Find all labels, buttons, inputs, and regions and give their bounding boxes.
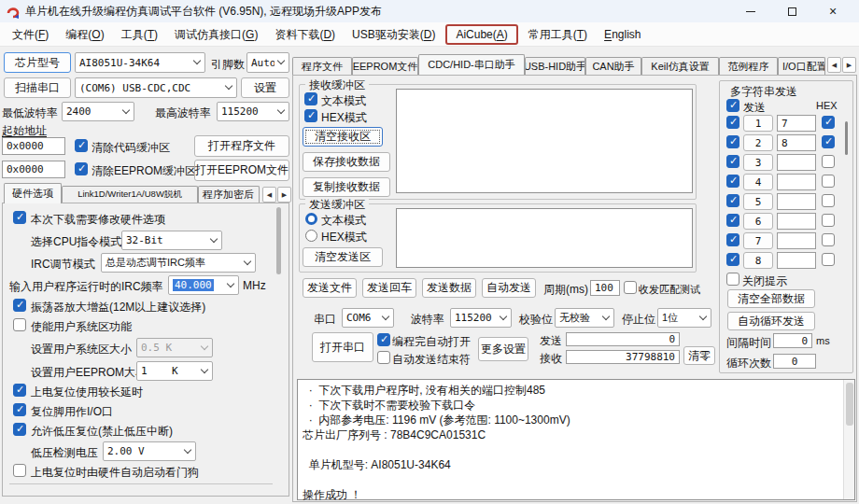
multi-row-5-input[interactable] [777, 193, 816, 210]
code-start-address-input[interactable]: 0x0000 [2, 137, 65, 155]
clear-receive-button[interactable]: 清空接收区 [303, 127, 383, 147]
multi-row-3-hex-checkbox[interactable] [822, 155, 835, 168]
multi-row-4-hex-checkbox[interactable] [822, 175, 835, 188]
multi-row-4-input[interactable] [777, 174, 816, 190]
send-file-button[interactable]: 发送文件 [303, 278, 357, 298]
log-scrollbar-thumb[interactable] [846, 383, 853, 426]
menu-aicube[interactable]: AiCube(A) [445, 24, 517, 45]
watchdog-checkbox[interactable] [13, 464, 26, 477]
multi-row-6-input[interactable] [777, 213, 816, 230]
multi-row-5-checkbox[interactable] [726, 194, 739, 207]
long-delay-checkbox[interactable] [13, 384, 26, 397]
open-port-button[interactable]: 打开串口 [312, 332, 373, 362]
multi-row-5-hex-checkbox[interactable] [822, 194, 835, 207]
modify-hw-options-checkbox[interactable] [13, 211, 26, 224]
copy-receive-data-button[interactable]: 复制接收数据 [303, 177, 390, 197]
menu-usb-driver[interactable]: USB驱动安装(D) [344, 24, 444, 45]
recv-text-mode-checkbox[interactable] [304, 92, 317, 105]
left-tab-scroll-right-button[interactable]: ▶ [277, 187, 291, 203]
scan-port-button[interactable]: 扫描串口 [4, 77, 71, 98]
multi-row-4-checkbox[interactable] [726, 175, 739, 188]
send-text-mode-radio[interactable] [305, 213, 317, 225]
auto-loop-send-button[interactable]: 自动循环发送 [727, 312, 815, 330]
multi-row-8-button[interactable]: 8 [743, 252, 773, 269]
max-baud-select[interactable]: 115200 [217, 102, 289, 121]
multi-row-8-hex-checkbox[interactable] [822, 253, 835, 266]
period-input[interactable]: 100 [590, 280, 620, 296]
multi-row-2-hex-checkbox[interactable] [822, 135, 835, 148]
parity-select[interactable]: 无校验 [555, 308, 614, 328]
baud-select[interactable]: 115200 [450, 308, 512, 328]
clear-eeprom-buffer-checkbox[interactable] [75, 162, 88, 175]
multi-row-1-button[interactable]: 1 [743, 115, 773, 132]
menu-file[interactable]: 文件(F) [4, 24, 57, 45]
clear-counters-button[interactable]: 清零 [683, 346, 715, 365]
interval-input[interactable]: 0 [773, 333, 812, 348]
clear-send-button[interactable]: 清空发送区 [303, 247, 383, 267]
sys-size-select[interactable]: 0.5 K [136, 338, 213, 357]
multi-row-2-input[interactable]: 8 [777, 134, 816, 151]
reset-io-checkbox[interactable] [13, 403, 26, 416]
multi-row-8-input[interactable] [777, 252, 816, 269]
multi-row-7-hex-checkbox[interactable] [822, 233, 835, 246]
multi-row-1-checkbox[interactable] [726, 116, 739, 129]
multi-row-6-checkbox[interactable] [726, 214, 739, 227]
multi-row-2-button[interactable]: 2 [743, 134, 773, 151]
irc-freq-select[interactable]: 40.000 [168, 275, 239, 295]
multi-row-6-button[interactable]: 6 [743, 213, 773, 230]
menu-english[interactable]: English [596, 24, 649, 45]
multi-row-3-checkbox[interactable] [726, 155, 739, 168]
multi-row-8-checkbox[interactable] [726, 253, 739, 266]
multi-row-7-button[interactable]: 7 [743, 232, 773, 249]
com-port-select[interactable]: COM6 [342, 308, 394, 328]
tab-usb-hid-assistant[interactable]: USB-HID助手 [525, 57, 585, 75]
multi-send-all-checkbox[interactable] [726, 99, 739, 112]
more-settings-button[interactable]: 更多设置 [478, 337, 528, 361]
osc-gain-checkbox[interactable] [13, 299, 26, 312]
lvr-checkbox[interactable] [13, 423, 26, 436]
menu-tools[interactable]: 工具(T) [113, 24, 166, 45]
multi-row-1-hex-checkbox[interactable] [822, 116, 835, 129]
match-test-checkbox[interactable] [624, 281, 637, 294]
close-tip-checkbox[interactable] [726, 273, 739, 286]
lvd-select[interactable]: 2.00 V [103, 441, 196, 461]
chip-model-button[interactable]: 芯片型号 [4, 52, 71, 73]
multi-row-2-checkbox[interactable] [726, 135, 739, 148]
multi-row-6-hex-checkbox[interactable] [822, 214, 835, 227]
auto-end-checkbox[interactable] [377, 351, 390, 364]
tab-scroll-left-button[interactable]: ◀ [827, 57, 841, 73]
pin-count-select[interactable]: Auto [246, 52, 289, 73]
multi-row-7-checkbox[interactable] [726, 233, 739, 246]
menu-downloads[interactable]: 资料下载(D) [266, 24, 344, 45]
serial-port-select[interactable]: (COM6) USB-CDC,CDC [75, 77, 237, 98]
save-receive-data-button[interactable]: 保存接收数据 [303, 152, 390, 172]
send-hex-mode-radio[interactable] [305, 230, 317, 242]
stop-bits-select[interactable]: 1位 [657, 308, 711, 328]
tab-hardware-options[interactable]: 硬件选项 [4, 183, 62, 203]
eeprom-size-select[interactable]: 1 K [136, 361, 213, 381]
chip-model-select[interactable]: AI8051U-34K64 [75, 52, 205, 73]
tab-example-programs[interactable]: 范例程序 [719, 57, 778, 75]
auto-send-button[interactable]: 自动发送 [482, 278, 536, 298]
send-textarea[interactable] [396, 208, 693, 268]
menu-program[interactable]: 编程(O) [57, 24, 112, 45]
log-scrollbar[interactable] [843, 380, 854, 499]
hw-panel-scrollbar-thumb[interactable] [276, 207, 281, 274]
maximize-button[interactable] [771, 0, 812, 22]
port-settings-button[interactable]: 设置 [241, 77, 289, 98]
open-program-file-button[interactable]: 打开程序文件 [194, 135, 289, 157]
clear-code-buffer-checkbox[interactable] [75, 139, 88, 152]
left-tab-scroll-left-button[interactable]: ◀ [262, 187, 276, 203]
loop-count-input[interactable]: 0 [773, 354, 816, 369]
tab-scroll-right-button[interactable]: ▶ [842, 57, 856, 73]
multi-row-4-button[interactable]: 4 [743, 174, 773, 190]
tab-offline-download[interactable]: Link1D/Writer1A/U8W脱机 [62, 186, 198, 203]
menu-debug-interface[interactable]: 调试仿真接口(G) [166, 24, 266, 45]
send-cr-button[interactable]: 发送回车 [362, 278, 416, 298]
multi-row-7-input[interactable] [777, 232, 816, 249]
multi-row-1-input[interactable]: 7 [777, 115, 816, 132]
cpu-mode-select[interactable]: 32-Bit [121, 231, 222, 250]
eeprom-start-address-input[interactable]: 0x0000 [2, 161, 65, 178]
send-data-button[interactable]: 发送数据 [422, 278, 476, 298]
tab-program-file[interactable]: 程序文件 [292, 57, 352, 75]
